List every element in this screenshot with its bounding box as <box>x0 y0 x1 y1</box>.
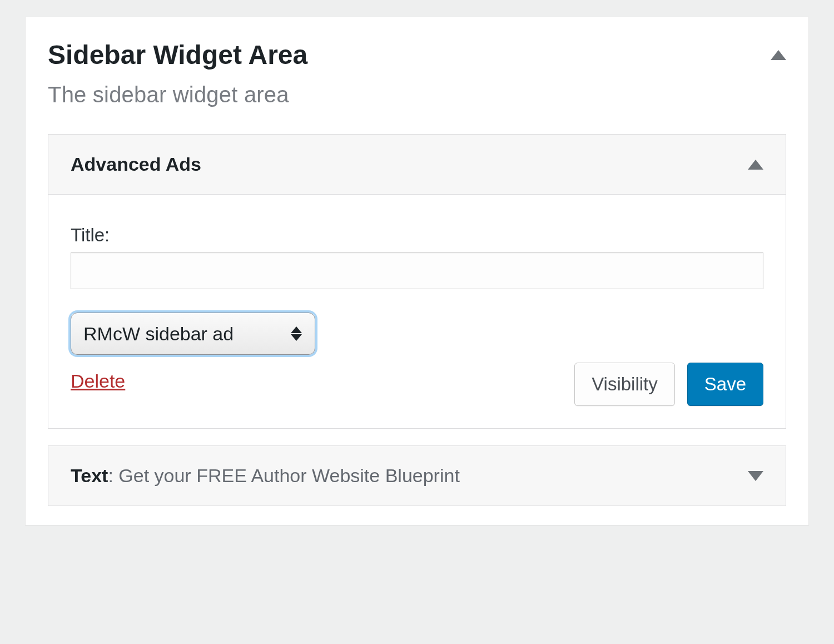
widget-header-advanced-ads[interactable]: Advanced Ads <box>48 135 786 195</box>
title-input[interactable] <box>71 252 763 289</box>
save-button[interactable]: Save <box>687 363 763 406</box>
ad-select-wrap: RMcW sidebar ad <box>71 313 315 355</box>
widget-collapsed-title: Text: Get your FREE Author Website Bluep… <box>71 465 460 487</box>
widget-header-text[interactable]: Text: Get your FREE Author Website Bluep… <box>48 446 786 506</box>
delete-link[interactable]: Delete <box>71 363 125 392</box>
separator: : <box>108 465 118 486</box>
widget-advanced-ads: Advanced Ads Title: RMcW sidebar ad Dele… <box>48 134 786 429</box>
widget-area-title: Sidebar Widget Area <box>48 39 307 70</box>
caret-up-icon <box>748 160 763 170</box>
caret-up-icon <box>771 50 786 60</box>
widget-text: Text: Get your FREE Author Website Bluep… <box>48 445 786 506</box>
button-group: Visibility Save <box>574 363 763 406</box>
sidebar-widget-area-panel: Sidebar Widget Area The sidebar widget a… <box>25 17 809 526</box>
caret-down-icon <box>748 471 763 481</box>
visibility-button[interactable]: Visibility <box>574 363 675 406</box>
title-label: Title: <box>71 225 763 246</box>
widget-body: Title: RMcW sidebar ad Delete Visibility… <box>48 195 786 428</box>
widget-title: Advanced Ads <box>71 153 201 175</box>
widget-actions: Delete Visibility Save <box>71 363 763 406</box>
widget-type-label: Text <box>71 465 108 486</box>
widget-instance-title: Get your FREE Author Website Blueprint <box>118 465 460 486</box>
ad-select[interactable]: RMcW sidebar ad <box>71 313 315 355</box>
widget-area-header[interactable]: Sidebar Widget Area <box>48 39 786 70</box>
widget-area-description: The sidebar widget area <box>48 82 786 107</box>
